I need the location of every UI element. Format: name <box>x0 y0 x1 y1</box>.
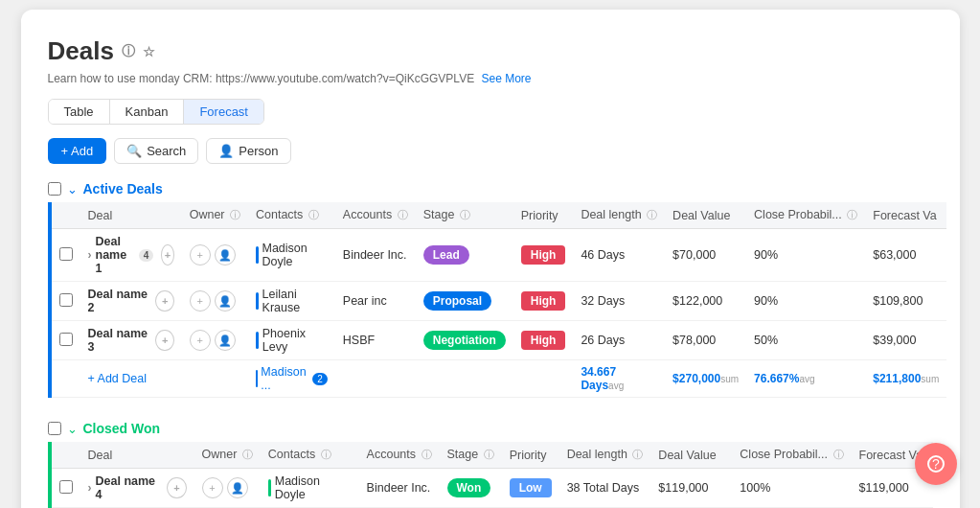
account-cell: HSBF <box>335 321 416 360</box>
priority-pill: Low <box>510 478 552 497</box>
owner-cell: + 👤 <box>190 330 240 351</box>
add-owner-icon[interactable]: + <box>202 477 223 498</box>
deal-name-cell: › Deal name 4 + <box>88 474 187 501</box>
add-person-icon[interactable]: + <box>155 330 173 351</box>
header-deal-c: Deal <box>80 442 194 469</box>
toolbar: + Add 🔍 Search 👤 Person <box>48 138 933 164</box>
summary-deal-length-label: avg <box>608 381 624 391</box>
search-button[interactable]: 🔍 Search <box>114 138 198 164</box>
account-cell: Bindeer Inc. <box>359 469 440 508</box>
closed-expand-icon[interactable]: ⌄ <box>67 422 78 436</box>
active-table-wrapper: Deal Owner ⓘ Contacts ⓘ Accounts ⓘ Stage… <box>48 202 933 398</box>
summary-deal-value-label: sum <box>720 374 739 384</box>
row-expand-icon[interactable]: › <box>88 481 92 495</box>
add-owner-icon[interactable]: + <box>190 330 211 351</box>
deal-length-cell: 26 Days <box>573 321 665 360</box>
row-checkbox[interactable] <box>59 293 73 307</box>
header-close-prob: Close Probabil... ⓘ <box>746 202 865 229</box>
forecast-cell: $63,000 <box>865 229 946 282</box>
contact-cell: Leilani Krause <box>256 288 328 314</box>
add-deal-label[interactable]: + Add Deal <box>80 360 182 398</box>
star-icon[interactable]: ☆ <box>143 44 155 59</box>
stage-pill: Lead <box>423 245 469 265</box>
add-person-icon[interactable]: + <box>155 290 173 312</box>
owner-avatar: 👤 <box>215 290 236 312</box>
deal-name: Deal name 3 <box>88 327 148 354</box>
page-header: Deals ⓘ ☆ <box>48 36 933 66</box>
header-contacts: Contacts ⓘ <box>248 202 335 229</box>
deal-name-cell: › Deal name 1 4 + <box>88 235 174 275</box>
row-checkbox[interactable] <box>59 247 73 261</box>
deal-value-cell: $70,000 <box>665 229 746 282</box>
owner-cell: + 👤 <box>190 244 240 266</box>
deal-name: Deal name 4 <box>96 474 160 501</box>
closed-won-section: ⌄ Closed Won Deal Owner ⓘ Contacts ⓘ Acc… <box>48 421 933 508</box>
tab-kanban[interactable]: Kanban <box>110 100 185 124</box>
add-button[interactable]: + Add <box>48 138 107 164</box>
see-more-link[interactable]: See More <box>482 72 532 85</box>
closed-section-checkbox[interactable] <box>48 422 61 435</box>
active-deals-table: Deal Owner ⓘ Contacts ⓘ Accounts ⓘ Stage… <box>52 202 947 398</box>
summary-forecast: $211,800 <box>873 372 921 385</box>
close-prob-cell: 90% <box>746 282 865 321</box>
active-expand-icon[interactable]: ⌄ <box>67 182 78 196</box>
deal-length-cell: 46 Days <box>573 229 665 282</box>
forecast-cell: $109,800 <box>865 282 946 321</box>
fab-button[interactable]: ? <box>915 443 957 485</box>
owner-cell: + 👤 <box>190 290 240 312</box>
table-row: Deal name 2 + + 👤 Leilani Krause Pear in… <box>52 282 947 321</box>
contact-name: Madison Doyle <box>262 242 328 268</box>
header-owner-c: Owner ⓘ <box>194 442 261 469</box>
header-deal-length: Deal length ⓘ <box>573 202 665 229</box>
header-accounts-c: Accounts ⓘ <box>359 442 440 469</box>
row-checkbox[interactable] <box>59 480 73 494</box>
contact-bar-line <box>256 332 259 349</box>
header-accounts: Accounts ⓘ <box>335 202 416 229</box>
contact-cell: Madison Doyle <box>256 242 328 268</box>
header-contacts-c: Contacts ⓘ <box>261 442 359 469</box>
account-cell: Bindeer Inc. <box>335 229 416 282</box>
add-person-icon[interactable]: + <box>161 244 173 266</box>
stage-pill: Negotiation <box>423 331 506 350</box>
add-owner-icon[interactable]: + <box>190 290 211 312</box>
deal-length-cell: 38 Total Days <box>559 469 651 508</box>
owner-avatar: 👤 <box>215 244 236 266</box>
row-expand-icon[interactable]: › <box>88 248 92 262</box>
stage-pill: Won <box>447 478 491 497</box>
tab-forecast[interactable]: Forecast <box>184 100 263 124</box>
stage-cell: Negotiation <box>416 321 513 360</box>
active-deals-section: ⌄ Active Deals Deal Owner ⓘ Contacts ⓘ A… <box>48 181 933 398</box>
deal-name: Deal name 2 <box>88 288 148 314</box>
owner-cell: + 👤 <box>202 477 253 498</box>
forecast-cell: $39,000 <box>865 321 946 360</box>
deal-name: Deal name 1 <box>96 235 135 275</box>
add-owner-icon[interactable]: + <box>190 244 211 266</box>
header-stage: Stage ⓘ <box>416 202 513 229</box>
active-section-checkbox[interactable] <box>48 182 61 196</box>
row-checkbox[interactable] <box>59 333 73 346</box>
main-card: Deals ⓘ ☆ Learn how to use monday CRM: h… <box>21 10 960 508</box>
close-prob-cell: 50% <box>746 321 865 360</box>
summary-deal-value: $270,000 <box>672 372 720 385</box>
account-cell: Pear inc <box>335 282 416 321</box>
person-button[interactable]: 👤 Person <box>206 138 290 164</box>
header-priority-c: Priority <box>502 442 559 469</box>
contact-name: Leilani Krause <box>262 288 328 314</box>
priority-pill: High <box>521 245 566 265</box>
search-icon: 🔍 <box>126 144 142 158</box>
priority-cell: High <box>513 229 574 282</box>
add-person-icon[interactable]: + <box>167 477 186 498</box>
contact-name: Madison Doyle <box>275 474 352 501</box>
madison-cell: Madison ... 2 <box>256 365 328 392</box>
add-deal-row[interactable]: + Add Deal Madison ... 2 34.667 Daysavg … <box>52 360 947 398</box>
info-icon[interactable]: ⓘ <box>122 43 135 60</box>
contact-bar-line <box>256 246 258 264</box>
tab-table[interactable]: Table <box>49 100 110 124</box>
table-row: › Deal name 1 4 + + 👤 Madison Doyle Bind… <box>52 229 947 282</box>
header-close-prob-c: Close Probabil... ⓘ <box>732 442 851 469</box>
svg-text:?: ? <box>932 456 940 472</box>
active-table-header: Deal Owner ⓘ Contacts ⓘ Accounts ⓘ Stage… <box>52 202 947 229</box>
header-cb-c <box>52 442 80 469</box>
table-row: Deal name 3 + + 👤 Phoenix Levy HSBF <box>52 321 947 360</box>
deal-value-cell: $122,000 <box>665 282 746 321</box>
